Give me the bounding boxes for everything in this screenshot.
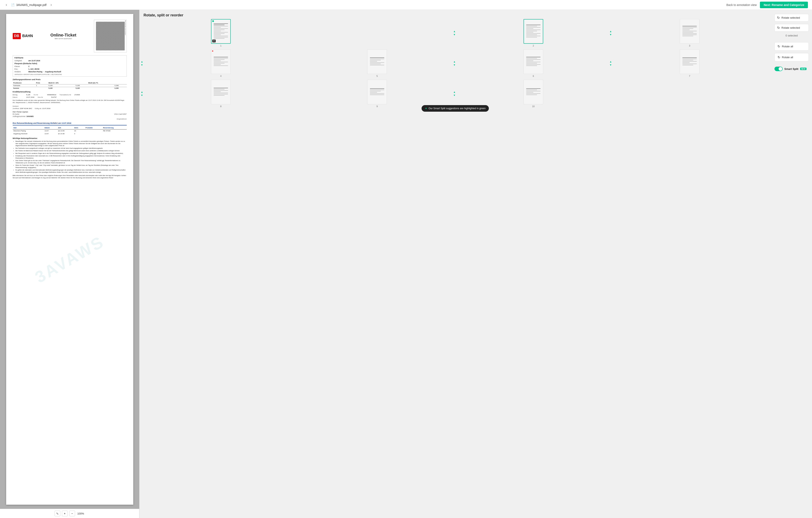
herr-name: Herr Florian Zyprian	[13, 111, 127, 113]
next-rename-categorize-button[interactable]: Next: Rename and Categorize	[760, 2, 808, 8]
gleis-col-header: Gleis	[74, 126, 85, 129]
split-arrow-up-2: ▼	[609, 30, 612, 33]
selected-count-label: 0 selected	[775, 34, 809, 37]
split-arrow-down-7: ▼	[141, 94, 143, 97]
hinfahrt-label: Hinfahrt:	[14, 71, 27, 73]
thumb-num-10: 10	[532, 105, 534, 108]
gultigkeit-row: Gültigkeit: am 13.07.2016	[14, 60, 125, 62]
split-arrows-2-3: ▼ ▼	[609, 30, 612, 36]
file-info: 📄 3AVAWS_multipage.pdf	[11, 3, 47, 6]
thumbnail-item-5: 5	[300, 50, 455, 77]
gleis-cell: 3	[74, 132, 85, 135]
rotate-all-ccw-icon: ↺	[778, 44, 780, 48]
ticket-title: Online-Ticket	[33, 32, 94, 38]
zoom-level: 100%	[77, 512, 85, 515]
watermark: 3AVAWS	[31, 231, 108, 288]
split-arrows-7-8: ▼ ▼	[141, 91, 143, 97]
thumb-num-7: 7	[689, 75, 690, 77]
prev-page-button[interactable]: ‹	[4, 2, 9, 8]
hint-icon: ✦	[425, 107, 427, 110]
zoom-in-button[interactable]: +	[62, 511, 68, 516]
thumb-num-5: 5	[376, 75, 378, 77]
smart-split-toggle[interactable]	[775, 67, 783, 71]
thumb-lines-3	[683, 26, 697, 37]
thumb-lines-5	[370, 57, 384, 66]
thumb-image-5[interactable]	[367, 50, 387, 74]
split-arrow-down-9: ▼	[453, 94, 456, 97]
kredit-betrag-row: Betrag 5,10€ VU-Nr 4556695619 Transaktio…	[13, 94, 127, 96]
thumbnails-scroll[interactable]: Rotate, split or reorder 👁	[139, 10, 771, 518]
rotate-selected-ccw-button[interactable]: ↺ Rotate selected	[775, 14, 809, 22]
thumb-image-10[interactable]	[523, 80, 543, 104]
ticket-title-area: Online-Ticket Bitte auf A4 ausdrucken	[33, 32, 94, 40]
zahlungs-section: Zahlungspositionen und Preis PositionenP…	[13, 78, 127, 90]
thumbnail-item-8: ▼ ▼	[144, 80, 298, 108]
reservierung-cell: RE 57030	[102, 129, 127, 132]
rotate-title: Rotate, split or reorder	[144, 13, 767, 18]
rotate-all-cw-button[interactable]: ↻ Rotate all	[775, 53, 809, 61]
produkte-cell	[85, 129, 102, 132]
thumb-image-6[interactable]	[523, 50, 543, 74]
zahlungs-title: Zahlungspositionen und Preis	[13, 78, 127, 81]
thumb-image-9[interactable]	[367, 80, 387, 104]
thumbnail-item-1: 👁	[144, 19, 298, 47]
top-bar-right: Back to annotation view Next: Rename and…	[726, 2, 808, 8]
reise-title: Ihre Reiseverbindung und Reservierung Hi…	[13, 122, 127, 125]
split-arrow-up: ▼	[453, 30, 456, 33]
sidebar-controls: ↺ Rotate selected ↻ Rotate selected 0 se…	[771, 10, 812, 518]
thumb-num-6: 6	[533, 75, 534, 77]
thumb-num-4: 4	[220, 75, 222, 77]
filename-label: 3AVAWS_multipage.pdf	[16, 3, 47, 6]
thumb-image-7[interactable]	[680, 50, 699, 74]
pdf-scroll-area[interactable]: 3AVAWS DB BAHN Online-Ticket Bitte auf A…	[0, 10, 139, 509]
thumbnail-item-7: ▼ ▼	[612, 50, 767, 77]
db-logo-area: DB BAHN	[13, 33, 33, 39]
file-icon: 📄	[11, 3, 14, 6]
next-page-button[interactable]: ›	[49, 2, 54, 8]
vunr-label: VU-Nr	[34, 94, 44, 96]
split-arrow-down-6: ▼	[609, 63, 612, 66]
thumb-lines-7	[683, 57, 697, 66]
kredit-datum-row: Datum 13.07.2016 Gen-Nr 514797	[13, 96, 127, 98]
halt-cell: München-Pasing	[13, 129, 44, 132]
split-arrow-down-5: ▼	[453, 63, 456, 66]
gultigkeit-label: Gültigkeit:	[14, 60, 27, 62]
thumbnail-item-10: ▼ ▼	[456, 80, 611, 108]
zoom-out-button[interactable]: −	[69, 511, 75, 516]
zoom-collapse-button[interactable]: ⤡	[55, 511, 60, 516]
thumb-image-1[interactable]: 👁	[211, 19, 231, 44]
rotate-selected-cw-button[interactable]: ↻ Rotate selected	[775, 24, 809, 32]
split-arrow-down-3: ▼	[141, 63, 143, 66]
cert-label: Zertifikat: 220F NC4K EKC	[13, 108, 32, 110]
back-to-annotation-link[interactable]: Back to annotation view	[726, 3, 757, 6]
thumb-image-8[interactable]	[211, 80, 231, 104]
id-row: ID-Karte: VISA Card 6397	[13, 113, 127, 115]
barcode-note: Barcode bitte nicht knicken!	[124, 20, 126, 36]
print-note: Bitte auf A4 ausdrucken	[33, 38, 94, 40]
kredit-title: Kreditkartenzahlung	[13, 91, 127, 93]
klasse-value: 2	[29, 65, 30, 68]
pdf-page: 3AVAWS DB BAHN Online-Ticket Bitte auf A…	[6, 14, 133, 505]
erw-row: Erw.: 1, mit 1 BC50	[14, 68, 125, 70]
split-arrow-up-9: ▼	[453, 91, 456, 94]
flexpreis-label: Flexpreis (Einfache Fahrt)	[14, 62, 125, 65]
datum-value: 13.07.2016	[26, 96, 34, 98]
gultigkeit-value: am 13.07.2016	[29, 60, 40, 62]
thumbnail-item-3: ▼ ▼	[612, 19, 767, 47]
thumb-image-4[interactable]	[211, 50, 231, 74]
footer-note: Bitte informieren Sie sich kurz vor Ihre…	[13, 175, 127, 179]
thumb-num-2: 2	[533, 44, 534, 47]
list-item: Bei Tickets mit BahnCard-Rabatt müssen S…	[16, 150, 127, 152]
pdf-panel: 3AVAWS DB BAHN Online-Ticket Bitte auf A…	[0, 10, 139, 518]
erw-value: 1, mit 1 BC50	[29, 68, 39, 70]
thumb-image-3[interactable]	[680, 19, 699, 44]
thumb-lines-10	[526, 88, 541, 96]
thumb-lines-9	[370, 88, 384, 96]
thumb-image-2[interactable]	[523, 19, 543, 44]
rotate-all-cw-icon: ↻	[778, 55, 780, 59]
reise-table: Halt Datum Zeit Gleis Produkte Reservier…	[13, 126, 127, 135]
rotate-all-ccw-button[interactable]: ↺ Rotate all	[775, 42, 809, 51]
hinweise-title: Wichtige Nutzungshinweise:	[13, 137, 127, 140]
split-arrows-9-10: ▼ ▼	[453, 91, 456, 97]
rotate-all-label-1: Rotate all	[782, 45, 793, 48]
